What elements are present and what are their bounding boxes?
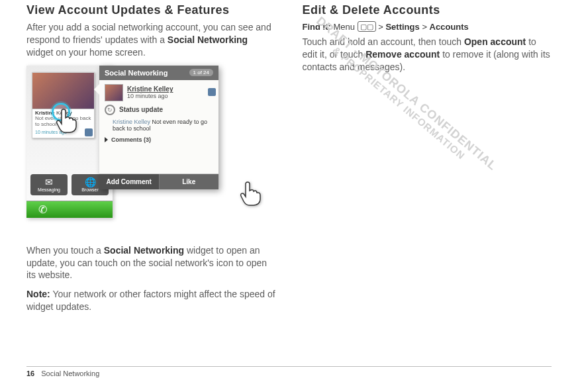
avatar	[105, 84, 123, 101]
social-popup: Social Networking 1 of 24 Kristine Kelle…	[99, 66, 218, 190]
comments-row[interactable]: Comments (3)	[105, 136, 213, 143]
tap-text: When you touch a Social Networking widge…	[26, 244, 276, 282]
page-footer: 16 Social Networking	[0, 366, 578, 377]
browser-label: Browser	[81, 187, 99, 192]
tap-a: When you touch a	[26, 245, 104, 256]
popup-name[interactable]: Kristine Kelley	[127, 85, 173, 93]
sep2: >	[422, 22, 427, 32]
add-comment-button[interactable]: Add Comment	[99, 174, 159, 189]
popup-title: Social Networking	[105, 69, 168, 77]
post-text: Kristine Kelley Not even ready to go bac…	[105, 119, 213, 133]
envelope-icon: ✉	[45, 177, 53, 187]
find-settings: Settings	[385, 22, 419, 32]
note-body: Your network or other factors might affe…	[26, 289, 275, 312]
note-label: Note:	[26, 289, 50, 299]
messaging-app[interactable]: ✉Messaging	[30, 174, 68, 195]
menu-key-icon: ▢▢	[358, 21, 376, 32]
comments-label: Comments (3)	[111, 136, 151, 143]
phone-icon: ✆	[38, 203, 47, 216]
left-intro-bold: Social Networking	[168, 34, 248, 45]
find-it-line: Find it: Menu ▢▢ > Settings > Accounts	[303, 21, 552, 32]
sep1: >	[378, 22, 383, 32]
like-button[interactable]: Like	[159, 174, 219, 189]
hand-icon	[54, 107, 78, 133]
popup-counter: 1 of 24	[189, 69, 213, 76]
popup-pointer-icon	[94, 84, 99, 95]
left-intro-c: widget on your home screen.	[26, 47, 146, 58]
footer-title: Social Networking	[41, 369, 99, 377]
post-author: Kristine Kelley	[113, 119, 150, 125]
triangle-icon	[105, 137, 108, 142]
find-menu: Menu	[333, 22, 355, 32]
rb-b1: Open account	[464, 36, 526, 47]
tap-bold: Social Networking	[104, 245, 184, 256]
messaging-label: Messaging	[38, 187, 60, 192]
phone-screenshot: Kristine Kelley Not even ready go back t…	[26, 66, 232, 238]
rb-a: Touch and hold an account, then touch	[303, 36, 464, 47]
rb-b2: Remove account	[365, 49, 440, 60]
right-body: Touch and hold an account, then touch Op…	[303, 36, 552, 74]
page-number: 16	[26, 369, 34, 377]
find-accounts: Accounts	[430, 22, 469, 32]
network-icon[interactable]	[208, 88, 216, 96]
find-label: Find it:	[303, 22, 331, 32]
globe-icon: 🌐	[85, 177, 96, 187]
hand-icon	[238, 179, 262, 206]
note-text: Note: Your network or other factors migh…	[26, 288, 276, 313]
refresh-icon: ↻	[105, 105, 115, 115]
left-heading: View Account Updates & Features	[26, 3, 276, 17]
left-intro: After you add a social networking accoun…	[26, 21, 276, 59]
popup-header: Social Networking 1 of 24	[99, 66, 218, 80]
network-icon[interactable]	[85, 128, 93, 136]
status-update-label: Status update	[119, 106, 163, 113]
popup-time: 10 minutes ago	[127, 93, 173, 99]
dialer-bar[interactable]: ✆	[26, 201, 113, 218]
right-heading: Edit & Delete Accounts	[303, 3, 552, 17]
